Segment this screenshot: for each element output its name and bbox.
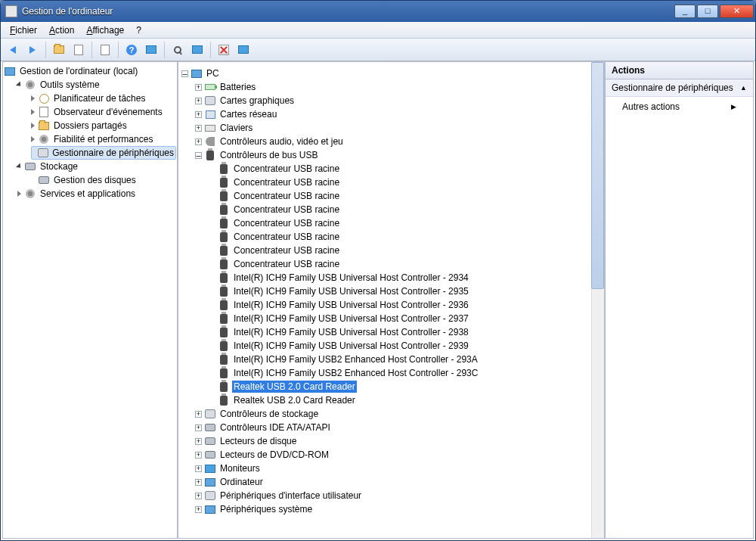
battery-icon <box>205 84 215 90</box>
forward-button[interactable] <box>23 41 42 59</box>
display-adapters-node[interactable]: +Cartes graphiques <box>195 94 588 107</box>
usb-device-item[interactable]: Concentrateur USB racine <box>209 230 588 244</box>
usb-device-item[interactable]: Intel(R) ICH9 Family USB Universal Host … <box>209 312 588 325</box>
device-manager-node[interactable]: Gestionnaire de périphériques <box>31 146 176 160</box>
tree-root[interactable]: Gestion de l'ordinateur (local) <box>4 64 176 78</box>
usb-device-item[interactable]: Concentrateur USB racine <box>209 189 588 203</box>
dvd-drives-node[interactable]: +Lecteurs de DVD/CD-ROM <box>195 448 588 462</box>
console-tree-pane[interactable]: Gestion de l'ordinateur (local) Outils s… <box>2 61 178 539</box>
properties-button[interactable] <box>96 41 114 59</box>
storage-controllers-node[interactable]: +Contrôleurs de stockage <box>195 407 588 421</box>
usb-device-item[interactable]: Intel(R) ICH9 Family USB Universal Host … <box>209 298 588 312</box>
usb-device-item[interactable]: Intel(R) ICH9 Family USB Universal Host … <box>209 284 588 298</box>
expand-icon[interactable]: + <box>195 479 202 486</box>
usb-device-item[interactable]: Concentrateur USB racine <box>209 244 588 257</box>
collapse-icon[interactable]: – <box>195 152 202 159</box>
hid-node[interactable]: +Périphériques d'interface utilisateur <box>195 489 588 502</box>
expand-icon[interactable] <box>16 163 23 169</box>
monitors-node[interactable]: +Moniteurs <box>195 462 588 475</box>
title-bar[interactable]: Gestion de l'ordinateur _ □ ✕ <box>1 1 755 22</box>
reliability-node[interactable]: Fiabilité et performances <box>31 132 176 146</box>
shared-folders-node[interactable]: Dossiers partagés <box>31 119 176 132</box>
expand-icon[interactable]: + <box>195 465 202 472</box>
audio-controllers-node[interactable]: +Contrôleurs audio, vidéo et jeu <box>195 135 588 148</box>
storage-node[interactable]: Stockage <box>17 160 176 173</box>
expand-icon[interactable] <box>31 123 35 129</box>
expand-icon[interactable] <box>16 81 23 88</box>
usb-device-item[interactable]: Concentrateur USB racine <box>209 257 588 271</box>
pc-root-node[interactable]: – PC <box>181 67 588 80</box>
scan-button[interactable] <box>188 41 206 59</box>
task-scheduler-node[interactable]: Planificateur de tâches <box>31 92 176 105</box>
menu-view[interactable]: Affichage <box>80 23 130 37</box>
expand-icon[interactable] <box>17 191 21 197</box>
usb-device-item[interactable]: Realtek USB 2.0 Card Reader <box>209 380 588 393</box>
usb-device-item[interactable]: Realtek USB 2.0 Card Reader <box>209 393 588 407</box>
usb-device-label: Concentrateur USB racine <box>232 190 341 202</box>
device-tree-pane[interactable]: – PC +Batteries +Cartes graphiques +Cart… <box>178 61 605 539</box>
usb-device-item[interactable]: Intel(R) ICH9 Family USB Universal Host … <box>209 271 588 284</box>
audio-controllers-label: Contrôleurs audio, vidéo et jeu <box>218 135 345 148</box>
usb-device-item[interactable]: Concentrateur USB racine <box>209 162 588 176</box>
help-button[interactable]: ? <box>122 41 141 59</box>
expand-icon[interactable]: + <box>195 438 202 445</box>
system-tools-node[interactable]: Outils système <box>17 78 176 92</box>
usb-device-item[interactable]: Intel(R) ICH9 Family USB2 Enhanced Host … <box>209 353 588 366</box>
services-apps-node[interactable]: Services et applications <box>17 187 176 201</box>
expand-icon[interactable]: + <box>195 506 202 513</box>
menu-action[interactable]: Action <box>43 23 80 37</box>
refresh-button[interactable] <box>234 41 253 59</box>
expand-icon[interactable]: + <box>195 125 202 132</box>
other-actions-item[interactable]: Autres actions ▶ <box>606 97 753 117</box>
menu-help[interactable]: ? <box>130 23 147 37</box>
uninstall-button[interactable] <box>215 41 233 59</box>
minimize-button[interactable]: _ <box>674 5 696 18</box>
expand-icon[interactable]: + <box>195 98 202 104</box>
find-button[interactable] <box>169 41 187 59</box>
back-button[interactable] <box>4 41 22 59</box>
collapse-icon[interactable]: – <box>181 70 188 77</box>
up-button[interactable] <box>50 41 68 59</box>
disk-mgmt-node[interactable]: Gestion des disques <box>31 173 176 187</box>
batteries-node[interactable]: +Batteries <box>195 80 588 94</box>
system-devices-node[interactable]: +Périphériques système <box>195 502 588 516</box>
expand-icon[interactable]: + <box>195 493 202 499</box>
keyboards-node[interactable]: +Claviers <box>195 121 588 135</box>
disk-drives-node[interactable]: +Lecteurs de disque <box>195 434 588 448</box>
usb-controllers-node[interactable]: –Contrôleurs de bus USB <box>195 148 588 162</box>
network-adapters-node[interactable]: +Cartes réseau <box>195 107 588 121</box>
actions-section[interactable]: Gestionnaire de périphériques ▲ <box>606 79 753 97</box>
usb-device-label: Concentrateur USB racine <box>232 244 341 257</box>
usb-device-item[interactable]: Intel(R) ICH9 Family USB Universal Host … <box>209 325 588 339</box>
ide-controllers-label: Contrôleurs IDE ATA/ATAPI <box>218 421 332 434</box>
expand-icon[interactable]: + <box>195 411 202 418</box>
scrollbar-thumb[interactable] <box>591 62 604 289</box>
expand-icon[interactable] <box>31 109 35 115</box>
expand-icon[interactable] <box>31 95 35 101</box>
usb-device-item[interactable]: Concentrateur USB racine <box>209 176 588 189</box>
usb-device-item[interactable]: Intel(R) ICH9 Family USB2 Enhanced Host … <box>209 366 588 380</box>
expand-icon[interactable] <box>31 136 35 142</box>
computer-node[interactable]: +Ordinateur <box>195 475 588 489</box>
expand-icon[interactable]: + <box>195 84 202 91</box>
scrollbar-track[interactable] <box>591 62 604 538</box>
expand-icon[interactable]: + <box>195 138 202 145</box>
ide-controllers-node[interactable]: +Contrôleurs IDE ATA/ATAPI <box>195 421 588 434</box>
usb-device-icon <box>220 246 228 256</box>
close-button[interactable]: ✕ <box>720 5 754 18</box>
expand-icon[interactable]: + <box>195 111 202 118</box>
show-hide-tree-button[interactable] <box>70 41 88 59</box>
menu-file[interactable]: Fichier <box>4 23 43 37</box>
console-button[interactable] <box>142 41 160 59</box>
pc-icon <box>191 70 202 78</box>
console-icon <box>146 45 156 54</box>
usb-device-item[interactable]: Intel(R) ICH9 Family USB Universal Host … <box>209 339 588 353</box>
magnify-icon <box>174 46 181 54</box>
event-viewer-node[interactable]: Observateur d'événements <box>31 105 176 119</box>
expand-icon[interactable]: + <box>195 424 202 431</box>
maximize-button[interactable]: □ <box>697 5 718 18</box>
storage-label: Stockage <box>39 160 79 173</box>
usb-device-item[interactable]: Concentrateur USB racine <box>209 203 588 216</box>
expand-icon[interactable]: + <box>195 452 202 459</box>
usb-device-item[interactable]: Concentrateur USB racine <box>209 216 588 230</box>
